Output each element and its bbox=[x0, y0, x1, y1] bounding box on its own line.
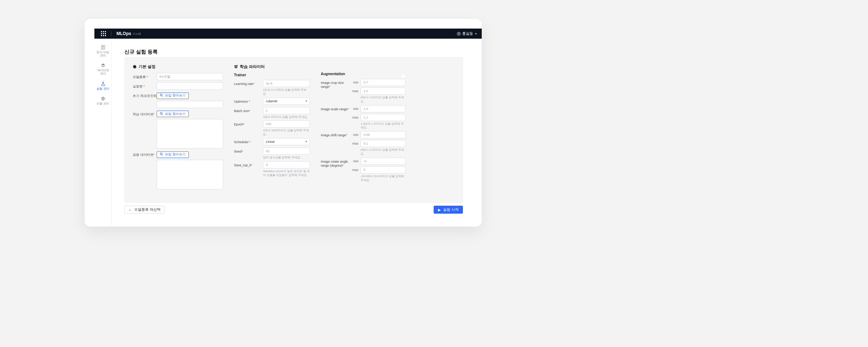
trainer-title: Trainer bbox=[234, 73, 246, 77]
params-section-title: 학습 파라미터 bbox=[240, 64, 265, 69]
shift-max-input[interactable]: 0.1 bbox=[361, 140, 405, 147]
sidebar: 문서 타입 관리 데이터셋 관리 실험 관리 모델 관리 bbox=[94, 39, 112, 227]
init-ckpt-browse-button[interactable]: 파일 찾아보기 bbox=[157, 93, 189, 99]
svg-point-17 bbox=[235, 67, 236, 68]
file-button-label: 파일 찾아보기 bbox=[165, 93, 186, 98]
batch-input[interactable]: 1 bbox=[263, 107, 310, 114]
crop-min-ph: 0.7 bbox=[363, 81, 368, 84]
app-window: MLOps V.1.02 홍길동 ▾ 문서 타입 관리 데이터셋 관리 실험 관… bbox=[85, 19, 482, 227]
user-name[interactable]: 홍길동 bbox=[462, 31, 473, 36]
scale-label: Image scale range bbox=[321, 107, 348, 111]
scheduler-select[interactable]: Linear bbox=[263, 138, 310, 145]
form-sheet: 기본 설정 모델종류 * KV모델 실험명 * 초기 체크포인트 파일 찾아보 bbox=[124, 57, 463, 203]
exp-name-label: 실험명 bbox=[133, 85, 142, 88]
max-label: max bbox=[350, 168, 358, 172]
shift-min-ph: 0.05 bbox=[363, 133, 370, 137]
sidebar-item-dataset[interactable]: 데이터셋 관리 bbox=[94, 61, 111, 77]
svg-rect-6 bbox=[101, 35, 102, 36]
gear-globe-icon bbox=[101, 96, 106, 101]
svg-rect-4 bbox=[103, 33, 104, 34]
crop-max-input[interactable]: 1.0 bbox=[361, 87, 405, 95]
seed-help: 양의 정수값을 입력해 주세요. bbox=[263, 156, 310, 160]
file-button-label: 파일 찾아보기 bbox=[165, 152, 186, 157]
svg-point-15 bbox=[160, 153, 162, 155]
params-section-head: 학습 파라미터 bbox=[234, 64, 310, 69]
exp-name-input[interactable] bbox=[157, 82, 223, 90]
flask-icon bbox=[101, 81, 106, 86]
scale-max-input[interactable]: 1.1 bbox=[361, 114, 405, 121]
optimizer-select[interactable]: AdamW bbox=[263, 98, 310, 105]
max-label: max bbox=[350, 142, 358, 145]
batch-placeholder: 1 bbox=[266, 109, 268, 112]
basic-section-title: 기본 설정 bbox=[139, 64, 156, 69]
document-icon bbox=[101, 45, 106, 50]
brand-version: V.1.02 bbox=[133, 32, 141, 35]
shift-help: 0에서 0.2까지의 값을 입력해 주세요. bbox=[350, 148, 405, 156]
scale-min-ph: 1.0 bbox=[363, 107, 368, 111]
search-icon bbox=[160, 94, 163, 98]
svg-point-18 bbox=[237, 65, 237, 66]
model-type-field: KV모델 bbox=[157, 73, 223, 80]
brand-name: MLOps bbox=[116, 31, 131, 36]
valid-ds-list-box bbox=[157, 160, 223, 189]
chevron-down-icon[interactable]: ▾ bbox=[475, 32, 477, 35]
shift-label: Image shift range bbox=[321, 133, 346, 137]
seed-input[interactable]: 42 bbox=[263, 147, 310, 155]
valid-ds-browse-button[interactable]: 파일 찾아보기 bbox=[157, 151, 189, 158]
min-label: min bbox=[350, 159, 358, 163]
lr-input[interactable]: 1e-5 bbox=[263, 80, 310, 87]
rotate-max-ph: 5 bbox=[363, 168, 365, 172]
epoch-input[interactable]: 100 bbox=[263, 120, 310, 128]
sidebar-item-label: 모델 관리 bbox=[97, 102, 109, 105]
start-experiment-button[interactable]: ▶ 실험 시작 bbox=[434, 206, 463, 214]
trainer-column: 학습 파라미터 Trainer Learning rate* 1e-5 0초과 … bbox=[234, 64, 310, 196]
valid-ds-label: 검증 데이터셋 bbox=[133, 153, 153, 157]
rotate-max-input[interactable]: 5 bbox=[361, 166, 405, 174]
lr-placeholder: 1e-5 bbox=[266, 82, 272, 85]
svg-point-10 bbox=[458, 33, 459, 34]
arrow-left-icon: ← bbox=[128, 208, 132, 212]
epoch-placeholder: 100 bbox=[266, 122, 271, 126]
shift-min-input[interactable]: 0.05 bbox=[361, 131, 405, 138]
play-icon: ▶ bbox=[438, 208, 441, 212]
crop-max-ph: 1.0 bbox=[363, 89, 368, 93]
crop-min-input[interactable]: 0.7 bbox=[361, 79, 405, 86]
batch-label: Batch size bbox=[234, 109, 249, 113]
model-type-value: KV모델 bbox=[159, 74, 170, 79]
min-label: min bbox=[350, 107, 358, 111]
topbar-divider bbox=[111, 31, 111, 36]
gear-icon bbox=[133, 65, 137, 69]
back-button-label: 모델종류 재선택 bbox=[134, 207, 161, 212]
sidebar-item-doc-type[interactable]: 문서 타입 관리 bbox=[94, 43, 111, 59]
scale-help: 1.0에서 1.2까지의 값을 입력해 주세요. bbox=[350, 122, 405, 130]
topbar: MLOps V.1.02 홍길동 ▾ bbox=[94, 29, 482, 39]
scale-min-input[interactable]: 1.0 bbox=[361, 105, 405, 112]
init-ckpt-value-box bbox=[157, 101, 223, 108]
crop-help: 0에서 1.0까지의 값을 입력해 주세요. bbox=[350, 96, 405, 104]
apps-grid-icon[interactable] bbox=[101, 31, 106, 36]
layers-icon bbox=[101, 63, 106, 68]
savetopk-input[interactable]: 3 bbox=[263, 161, 310, 168]
lr-label: Learning rate bbox=[234, 82, 253, 86]
sidebar-item-experiment[interactable]: 실험 관리 bbox=[94, 80, 111, 92]
min-label: min bbox=[350, 81, 358, 84]
search-icon bbox=[160, 153, 163, 157]
epoch-label: Epoch bbox=[234, 123, 243, 126]
sidebar-item-model[interactable]: 모델 관리 bbox=[94, 95, 111, 107]
max-label: max bbox=[350, 89, 358, 93]
scale-max-ph: 1.1 bbox=[363, 116, 368, 119]
augmentation-title: Augmentation bbox=[321, 72, 345, 76]
train-ds-browse-button[interactable]: 파일 찾아보기 bbox=[157, 111, 189, 117]
rotate-min-input[interactable]: -5 bbox=[361, 158, 405, 165]
svg-point-16 bbox=[235, 66, 235, 67]
back-reselect-button[interactable]: ← 모델종류 재선택 bbox=[124, 206, 165, 214]
rotate-min-ph: -5 bbox=[363, 159, 366, 163]
lr-help: 0초과 0.1이하의 값을 입력해 주세요. bbox=[263, 88, 310, 96]
search-icon bbox=[160, 112, 163, 116]
footer-actions: ← 모델종류 재선택 ▶ 실험 시작 bbox=[124, 206, 463, 214]
shift-max-ph: 0.1 bbox=[363, 142, 368, 145]
start-button-label: 실험 시작 bbox=[443, 207, 459, 212]
max-label: max bbox=[350, 116, 358, 119]
savetopk-help: Validation score가 높은 순으로 몇 개의 모델을 저장할지 입… bbox=[263, 170, 310, 177]
sliders-icon bbox=[234, 65, 238, 69]
